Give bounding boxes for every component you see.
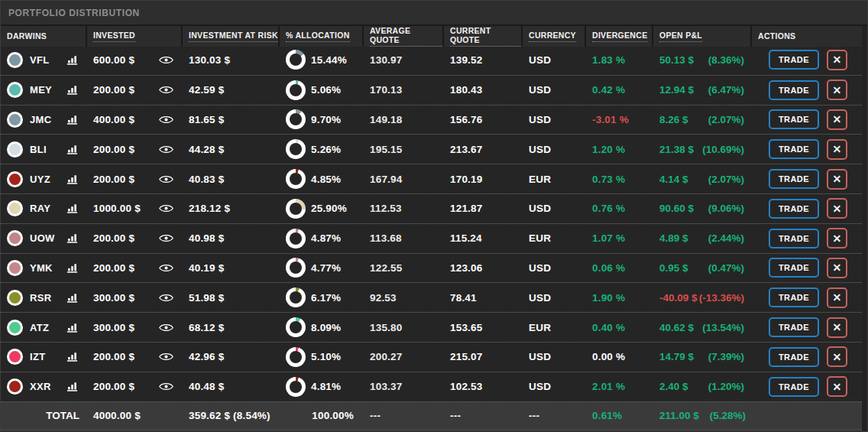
bar-chart-icon[interactable] xyxy=(66,144,78,155)
average-quote-value: 167.94 xyxy=(370,174,403,185)
trade-button[interactable]: TRADE xyxy=(769,377,819,397)
darwin-symbol: ATZ xyxy=(30,322,49,333)
current-quote-value: 139.52 xyxy=(450,54,483,66)
column-header-divergence[interactable]: DIVERGENCE xyxy=(586,26,653,47)
table-row: IZT 200.00 $ 42.96 $ 5.10% 200.27 xyxy=(1,342,862,372)
table-header: DARWINS INVESTED INVESTMENT AT RISK % AL… xyxy=(1,26,862,45)
trade-button[interactable]: TRADE xyxy=(769,347,819,367)
allocation-cell: 8.09% xyxy=(280,313,364,342)
divergence-value: -3.01 % xyxy=(592,114,629,125)
darwin-avatar xyxy=(7,141,23,158)
column-header-invested[interactable]: INVESTED xyxy=(87,26,183,47)
average-quote-cell: 167.94 xyxy=(364,164,444,193)
eye-icon[interactable] xyxy=(159,352,173,362)
bar-chart-icon[interactable] xyxy=(66,262,78,274)
eye-icon[interactable] xyxy=(159,174,173,184)
bar-chart-icon[interactable] xyxy=(66,54,78,66)
eye-icon[interactable] xyxy=(159,55,173,65)
current-quote-cell: 180.43 xyxy=(444,76,523,105)
invested-value: 400.00 $ xyxy=(93,114,134,125)
invested-cell: 300.00 $ xyxy=(87,313,183,342)
x-icon[interactable]: ✕ xyxy=(827,317,847,338)
table-row: YMK 200.00 $ 40.19 $ 4.77% 122.55 xyxy=(1,253,862,283)
divergence-cell: 1.90 % xyxy=(586,283,653,312)
x-icon[interactable]: ✕ xyxy=(827,50,847,70)
risk-value: 81.65 $ xyxy=(189,114,224,125)
eye-icon[interactable] xyxy=(159,145,173,154)
bar-chart-icon[interactable] xyxy=(66,232,78,244)
x-icon[interactable]: ✕ xyxy=(827,258,847,278)
column-header-currency[interactable]: CURRENCY xyxy=(523,26,586,47)
average-quote-cell: 195.15 xyxy=(364,135,444,164)
trade-button[interactable]: TRADE xyxy=(769,109,819,129)
currency-cell: USD xyxy=(523,254,586,283)
bar-chart-icon[interactable] xyxy=(66,84,78,96)
divergence-cell: 0.76 % xyxy=(586,194,653,223)
darwin-avatar xyxy=(7,52,23,68)
trade-button[interactable]: TRADE xyxy=(769,169,819,189)
x-icon[interactable]: ✕ xyxy=(827,169,847,190)
eye-icon[interactable] xyxy=(159,233,173,243)
risk-value: 40.83 $ xyxy=(189,174,224,185)
column-header-current-quote[interactable]: CURRENT QUOTE xyxy=(444,26,523,47)
bar-chart-icon[interactable] xyxy=(66,203,78,214)
total-currency-cell: --- xyxy=(523,402,586,430)
divergence-value: 0.73 % xyxy=(592,174,625,185)
total-label-cell: TOTAL xyxy=(1,402,87,430)
divergence-value: 1.90 % xyxy=(592,292,625,304)
trade-button[interactable]: TRADE xyxy=(769,229,819,248)
trade-button[interactable]: TRADE xyxy=(769,50,819,70)
risk-value: 51.98 $ xyxy=(189,292,224,304)
x-icon[interactable]: ✕ xyxy=(827,346,847,367)
average-quote-cell: 135.80 xyxy=(364,313,444,342)
open-pnl-cell: 4.14 $ (2.07%) xyxy=(653,164,752,193)
divergence-cell: 2.01 % xyxy=(586,372,653,401)
table-row: RAY 1000.00 $ 218.12 $ 25.90% 112.53 xyxy=(1,193,862,223)
eye-icon[interactable] xyxy=(159,293,173,303)
eye-icon[interactable] xyxy=(159,115,173,125)
eye-icon[interactable] xyxy=(159,203,173,213)
x-icon[interactable]: ✕ xyxy=(827,376,847,397)
risk-cell: 68.12 $ xyxy=(183,313,280,342)
column-header-avg-quote[interactable]: AVERAGE QUOTE xyxy=(364,26,444,47)
invested-cell: 200.00 $ xyxy=(87,76,183,105)
eye-icon[interactable] xyxy=(159,382,173,391)
x-icon[interactable]: ✕ xyxy=(827,287,847,308)
x-icon[interactable]: ✕ xyxy=(827,198,847,219)
current-quote-value: 78.41 xyxy=(450,292,477,304)
column-header-allocation[interactable]: % ALLOCATION xyxy=(280,26,364,47)
trade-button[interactable]: TRADE xyxy=(769,317,819,337)
trade-button[interactable]: TRADE xyxy=(769,287,819,307)
bar-chart-icon[interactable] xyxy=(66,292,78,304)
allocation-cell: 4.87% xyxy=(280,224,364,253)
trade-button[interactable]: TRADE xyxy=(769,258,819,278)
eye-icon[interactable] xyxy=(159,323,173,333)
bar-chart-icon[interactable] xyxy=(66,381,78,392)
current-quote-cell: 156.76 xyxy=(444,106,523,135)
bar-chart-icon[interactable] xyxy=(66,351,78,362)
x-icon[interactable]: ✕ xyxy=(827,109,847,130)
pnl-percent: (13.54%) xyxy=(702,322,744,333)
bar-chart-icon[interactable] xyxy=(66,322,78,333)
currency-value: EUR xyxy=(529,232,551,244)
total-average-quote-cell: --- xyxy=(364,402,444,430)
trade-button[interactable]: TRADE xyxy=(769,80,819,100)
bar-chart-icon[interactable] xyxy=(66,174,78,185)
column-header-risk[interactable]: INVESTMENT AT RISK xyxy=(183,26,280,47)
divergence-value: 0.06 % xyxy=(592,262,625,274)
allocation-value: 15.44% xyxy=(311,54,347,66)
x-icon[interactable]: ✕ xyxy=(827,139,847,160)
x-icon[interactable]: ✕ xyxy=(827,228,847,248)
eye-icon[interactable] xyxy=(159,263,173,273)
eye-icon[interactable] xyxy=(159,85,173,95)
trade-button[interactable]: TRADE xyxy=(769,199,819,219)
darwin-avatar xyxy=(7,260,23,276)
current-quote-value: 121.87 xyxy=(450,203,483,214)
risk-cell: 130.03 $ xyxy=(183,45,280,75)
trade-button[interactable]: TRADE xyxy=(769,139,819,159)
currency-cell: USD xyxy=(523,194,586,223)
allocation-donut xyxy=(286,199,306,219)
bar-chart-icon[interactable] xyxy=(66,114,78,125)
column-header-open-pnl[interactable]: OPEN P&L xyxy=(653,26,752,47)
x-icon[interactable]: ✕ xyxy=(827,80,847,100)
